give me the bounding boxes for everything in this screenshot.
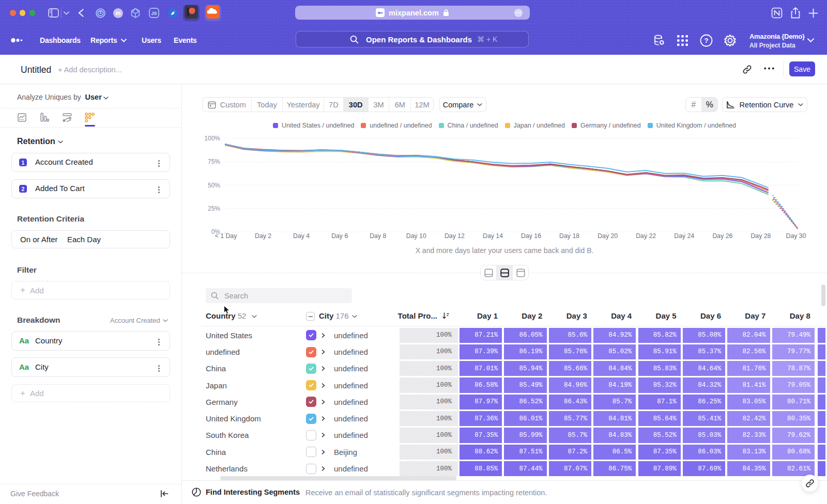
- svg-text:Day 10: Day 10: [406, 232, 426, 240]
- svg-text:Day 2: Day 2: [255, 232, 271, 240]
- svg-text:m: m: [116, 10, 121, 16]
- svg-text:Day 22: Day 22: [636, 232, 656, 240]
- svg-text:JS: JS: [151, 11, 157, 16]
- svg-text:Day 12: Day 12: [445, 232, 465, 240]
- svg-text:Day 30: Day 30: [786, 232, 806, 240]
- svg-text:< 1 Day: < 1 Day: [215, 232, 238, 240]
- svg-text:Day 16: Day 16: [521, 232, 541, 240]
- svg-text:Day 26: Day 26: [712, 232, 732, 240]
- svg-text:Day 24: Day 24: [674, 232, 694, 240]
- svg-text:Day 28: Day 28: [751, 232, 771, 240]
- svg-text:Day 4: Day 4: [293, 232, 310, 240]
- svg-text:100%: 100%: [204, 135, 220, 142]
- svg-text:Day 8: Day 8: [370, 232, 386, 240]
- svg-text:75%: 75%: [208, 158, 220, 165]
- svg-text:25%: 25%: [208, 205, 220, 212]
- svg-text:Day 18: Day 18: [559, 232, 579, 240]
- svg-text:Day 14: Day 14: [483, 232, 503, 240]
- svg-text:?: ?: [705, 37, 709, 44]
- svg-text:Day 6: Day 6: [331, 232, 348, 240]
- svg-text:50%: 50%: [208, 182, 220, 189]
- svg-text:Day 20: Day 20: [598, 232, 618, 240]
